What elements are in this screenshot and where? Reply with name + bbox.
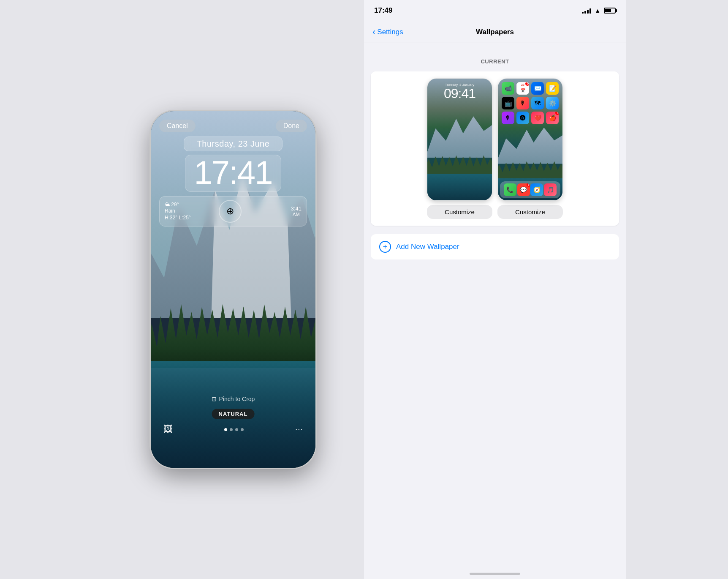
app-row-3: 🎙 🅐 ❤️ 🍎 1: [500, 112, 560, 124]
homescreen-phone-preview: 📹 23 📅 1 ✉️ 📝: [497, 78, 563, 201]
dot-3: [235, 428, 238, 431]
wallpapers-content: CURRENT Tuesday, 3 January 09:41: [364, 43, 626, 579]
weather-range: H:32° L:25°: [165, 215, 191, 221]
app-health: ❤️: [531, 112, 544, 124]
add-wallpaper-button[interactable]: + Add New Wallpaper: [371, 234, 619, 259]
small-clock-ampm: AM: [293, 212, 300, 217]
app-calendar: 23 📅 1: [516, 82, 529, 95]
date-widget[interactable]: Thursday, 23 June: [184, 137, 283, 151]
lock-content: Thursday, 23 June 17:41 🌥 29° Rain H:32°…: [151, 137, 315, 227]
iphone-frame: Cancel Done Thursday, 23 June 17:41 🌥 29…: [151, 111, 315, 468]
dock-phone: 📞: [504, 183, 516, 196]
small-clock-widget: 3:41 AM: [291, 205, 302, 218]
date-text: Thursday, 23 June: [197, 139, 270, 148]
small-clock-time: 3:41: [291, 205, 302, 212]
weather-condition: Rain: [165, 208, 191, 215]
homescreen-preview-item[interactable]: 📹 23 📅 1 ✉️ 📝: [497, 78, 563, 219]
status-icons: ▲: [582, 7, 616, 14]
filter-badge: NATURAL: [212, 409, 255, 419]
ls-lake: [427, 174, 492, 200]
more-options-icon[interactable]: ···: [295, 424, 303, 435]
lockscreen-preview-item[interactable]: Tuesday, 3 January 09:41 Customize: [427, 78, 492, 219]
add-wallpaper-label: Add New Wallpaper: [396, 243, 459, 251]
app-notes: 📝: [546, 82, 559, 95]
cancel-button[interactable]: Cancel: [159, 120, 196, 132]
app-podcasts: 🎙: [516, 97, 529, 109]
activity-widget: ⊕: [219, 200, 242, 223]
app-mail: ✉️: [531, 82, 544, 95]
wallpaper-card: Tuesday, 3 January 09:41 Customize: [371, 71, 619, 226]
done-button[interactable]: Done: [276, 120, 307, 132]
ls-preview-time: 09:41: [444, 87, 475, 100]
lockscreen-phone-preview: Tuesday, 3 January 09:41: [427, 78, 492, 201]
wallpaper-previews: Tuesday, 3 January 09:41 Customize: [371, 71, 619, 226]
app-apple: 🍎 1: [546, 112, 559, 124]
back-label: Settings: [377, 28, 403, 36]
battery-fill: [605, 9, 611, 12]
crop-icon: ⊡: [212, 396, 217, 402]
dot-1: [224, 428, 227, 431]
photo-library-icon[interactable]: 🖼: [163, 424, 173, 435]
app-grid: 📹 23 📅 1 ✉️ 📝: [500, 82, 560, 126]
plus-circle-icon: +: [379, 241, 391, 253]
top-bar: Cancel Done: [159, 120, 307, 132]
ls-preview-content: Tuesday, 3 January 09:41: [427, 83, 492, 100]
bar3: [587, 10, 589, 14]
app-podcasts2: 🎙: [502, 112, 514, 124]
battery-icon: [604, 8, 616, 14]
page-title: Wallpapers: [476, 28, 514, 36]
dock-music: 🎵: [544, 183, 557, 196]
lockscreen-customize-button[interactable]: Customize: [427, 205, 492, 219]
dots-indicator: [224, 428, 244, 431]
weather-icon: 🌥 29°: [165, 202, 191, 208]
back-button[interactable]: ‹ Settings: [372, 27, 403, 38]
weather-widget: 🌥 29° Rain H:32° L:25°: [165, 202, 191, 221]
dot-4: [241, 428, 244, 431]
app-row-1: 📹 23 📅 1 ✉️ 📝: [500, 82, 560, 95]
signal-icon: [582, 8, 591, 14]
current-section-header: CURRENT: [364, 52, 626, 71]
pinch-text: Pinch to Crop: [219, 396, 255, 402]
time-widget[interactable]: 17:41: [185, 155, 281, 192]
widgets-row[interactable]: 🌥 29° Rain H:32° L:25° ⊕ 3:41 AM: [159, 196, 307, 227]
dot-2: [230, 428, 233, 431]
bar4: [589, 8, 591, 14]
pinch-to-crop-label: ⊡ Pinch to Crop: [151, 396, 315, 402]
time-display: 17:41: [194, 154, 272, 191]
dock-safari: 🧭: [530, 183, 543, 196]
status-bar: 17:49 ▲: [364, 0, 626, 21]
chevron-left-icon: ‹: [372, 27, 375, 38]
add-wallpaper-section: + Add New Wallpaper: [371, 234, 619, 259]
activity-rings-icon: ⊕: [226, 206, 234, 217]
dot-navigation: 🖼 ···: [151, 424, 315, 435]
wifi-icon: ▲: [595, 7, 600, 14]
bar2: [584, 11, 586, 14]
left-panel: Cancel Done Thursday, 23 June 17:41 🌥 29…: [102, 0, 364, 579]
app-container: Cancel Done Thursday, 23 June 17:41 🌥 29…: [0, 0, 728, 579]
app-settings: ⚙️: [546, 97, 559, 109]
nav-bar: ‹ Settings Wallpapers: [364, 21, 626, 43]
bar1: [582, 12, 584, 14]
right-panel: 17:49 ▲ ‹ Settings Wallpapers: [364, 0, 626, 579]
status-time: 17:49: [374, 6, 392, 15]
dock-messages: 💬 1: [517, 183, 530, 196]
app-facetime: 📹: [502, 82, 514, 95]
app-tv: 📺: [502, 97, 514, 109]
homescreen-customize-button[interactable]: Customize: [497, 205, 563, 219]
home-dock: 📞 💬 1 🧭 🎵: [500, 181, 560, 198]
home-indicator: [470, 573, 520, 575]
app-appstore: 🅐: [516, 112, 529, 124]
app-row-2: 📺 🎙 🗺 ⚙️: [500, 97, 560, 109]
app-maps: 🗺: [531, 97, 544, 109]
